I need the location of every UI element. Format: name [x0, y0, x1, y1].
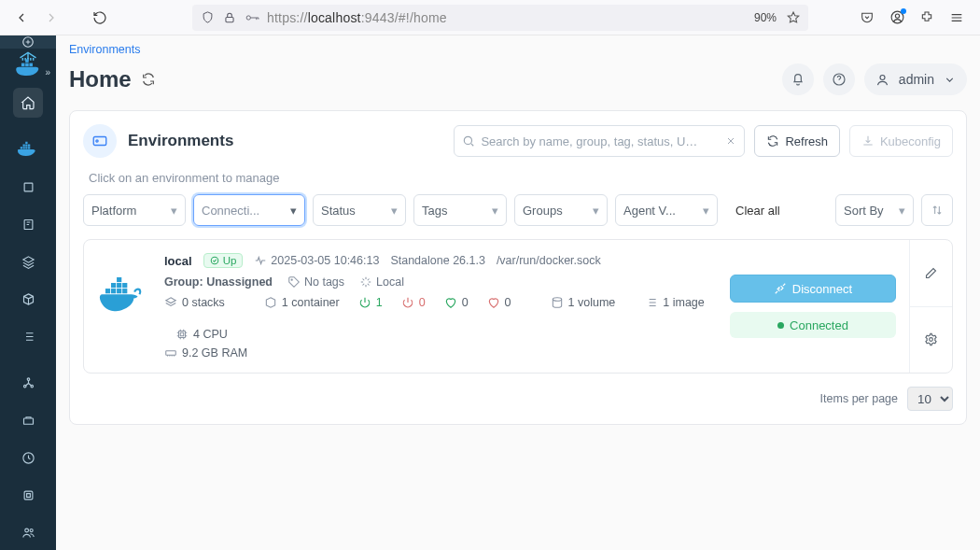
breadcrumb: Environments — [56, 35, 980, 60]
svg-point-43 — [553, 298, 561, 302]
notification-dot — [901, 8, 906, 14]
svg-rect-7 — [29, 63, 33, 67]
clear-search-icon[interactable] — [725, 135, 736, 147]
zoom-level[interactable]: 90% — [754, 11, 777, 24]
stat-stacks: 0 stacks — [164, 296, 225, 309]
sidebar: » — [0, 35, 56, 550]
stat-stopped: 0 — [401, 296, 426, 309]
sort-by-select[interactable]: Sort By▾ — [835, 194, 914, 226]
svg-rect-37 — [111, 283, 116, 288]
svg-point-19 — [27, 377, 30, 380]
user-menu[interactable]: admin — [864, 63, 967, 95]
back-button[interactable] — [9, 6, 34, 30]
sidebar-item-host[interactable] — [13, 480, 43, 510]
env-location: Local — [359, 275, 404, 289]
env-edition: Standalone 26.1.3 — [390, 254, 484, 267]
filter-tags[interactable]: Tags▾ — [413, 194, 507, 226]
filter-status[interactable]: Status▾ — [313, 194, 406, 226]
env-name: local — [164, 254, 192, 268]
kubeconfig-button: Kubeconfig — [849, 125, 953, 157]
page-title: Home — [69, 66, 156, 92]
stat-containers: 1 container — [264, 296, 340, 309]
sidebar-item-containers[interactable] — [13, 284, 43, 314]
svg-rect-6 — [25, 63, 29, 67]
connected-badge: Connected — [730, 312, 896, 338]
extensions-icon[interactable] — [918, 9, 935, 26]
svg-rect-11 — [25, 147, 27, 148]
url-bar[interactable]: https://localhost:9443/#!/home 90% — [192, 5, 808, 31]
bookmark-star-icon[interactable] — [786, 10, 801, 25]
breadcrumb-link-environments[interactable]: Environments — [69, 43, 140, 56]
stat-cpu: 4 CPU — [175, 328, 228, 341]
svg-point-32 — [465, 136, 472, 144]
refresh-button[interactable]: Refresh — [754, 125, 840, 157]
forward-button[interactable] — [39, 6, 63, 30]
svg-rect-9 — [21, 147, 22, 148]
environment-row[interactable]: local Up 2025-03-05 10:46:13 Standalone … — [83, 239, 953, 374]
pager-select[interactable]: 10 — [907, 387, 953, 411]
shield-icon — [200, 10, 215, 25]
key-icon — [245, 10, 259, 25]
sidebar-item-users[interactable] — [13, 517, 43, 547]
sort-direction-button[interactable] — [921, 194, 953, 226]
stat-health-bad: 0 — [487, 296, 511, 309]
environment-settings-button[interactable] — [910, 306, 952, 374]
docker-logo-icon — [97, 253, 149, 360]
download-icon — [861, 134, 875, 148]
sidebar-item-stacks[interactable] — [13, 172, 43, 202]
portainer-logo-icon — [12, 49, 44, 80]
filter-bar: Platform▾ Connecti...▾ Status▾ Tags▾ Gro… — [70, 194, 966, 239]
env-socket-path: /var/run/docker.sock — [497, 254, 601, 267]
clear-all-button[interactable]: Clear all — [725, 194, 791, 226]
pocket-icon[interactable] — [859, 9, 875, 26]
sidebar-item-volumes[interactable] — [13, 405, 43, 435]
menu-icon[interactable] — [948, 9, 965, 26]
help-button[interactable] — [823, 63, 855, 95]
svg-rect-45 — [180, 332, 184, 336]
filter-connection[interactable]: Connecti...▾ — [193, 194, 305, 226]
sidebar-item-templates[interactable] — [13, 209, 43, 239]
sidebar-item-networks[interactable] — [13, 368, 43, 398]
svg-rect-0 — [226, 17, 233, 21]
chevron-down-icon — [944, 74, 956, 86]
panel-hint: Click on an environment to manage — [70, 171, 966, 194]
svg-point-29 — [880, 75, 885, 79]
sidebar-item-events[interactable] — [13, 443, 43, 472]
svg-rect-14 — [25, 145, 27, 147]
svg-rect-16 — [25, 142, 27, 144]
stat-images: 1 image — [645, 296, 704, 309]
svg-rect-24 — [24, 491, 33, 500]
sidebar-expand-button[interactable] — [0, 35, 56, 49]
stat-ram: 9.2 GB RAM — [164, 346, 247, 360]
disconnect-button[interactable]: Disconnect — [730, 275, 896, 303]
refresh-icon — [766, 134, 779, 148]
sidebar-item-layers[interactable] — [13, 247, 43, 276]
sidebar-item-environment[interactable] — [13, 134, 43, 164]
notifications-button[interactable] — [782, 63, 814, 95]
brand-logo[interactable]: » — [0, 49, 56, 80]
svg-rect-35 — [117, 289, 121, 293]
svg-rect-46 — [166, 351, 176, 356]
pager-label: Items per page — [820, 392, 898, 405]
reload-button[interactable] — [88, 6, 112, 30]
svg-point-47 — [930, 338, 933, 342]
svg-rect-8 — [25, 59, 29, 63]
svg-rect-44 — [179, 331, 186, 338]
filter-agent-version[interactable]: Agent V...▾ — [615, 194, 718, 226]
search-input[interactable]: Search by name, group, tag, status, URL.… — [454, 125, 745, 157]
svg-rect-22 — [23, 418, 33, 424]
env-heartbeat: 2025-03-05 10:46:13 — [254, 254, 379, 267]
account-icon[interactable] — [889, 9, 905, 26]
sidebar-item-list[interactable] — [13, 321, 43, 351]
filter-groups[interactable]: Groups▾ — [514, 194, 608, 226]
svg-rect-5 — [21, 63, 25, 67]
sidebar-item-home[interactable] — [13, 88, 43, 118]
filter-platform[interactable]: Platform▾ — [83, 194, 186, 226]
refresh-icon[interactable] — [141, 72, 156, 87]
lock-icon — [222, 10, 237, 25]
status-badge-up: Up — [203, 253, 244, 268]
edit-environment-button[interactable] — [910, 240, 952, 306]
svg-rect-13 — [23, 145, 25, 147]
svg-rect-17 — [24, 183, 33, 191]
stat-running: 1 — [358, 296, 383, 309]
